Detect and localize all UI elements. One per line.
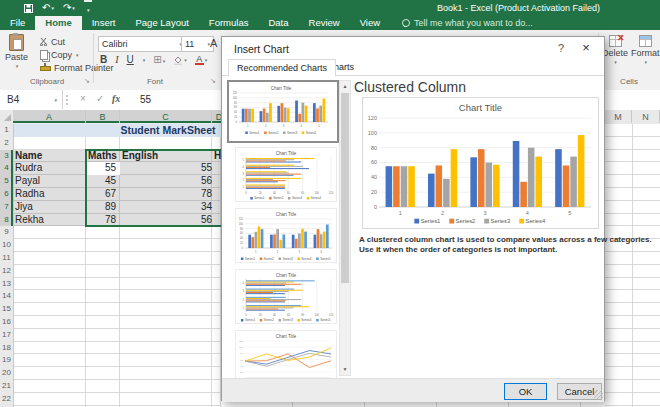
- cell-maths[interactable]: 55: [86, 162, 116, 175]
- cell-name[interactable]: Radha: [15, 188, 75, 201]
- delete-cells-button[interactable]: ✕ Delete ▾: [602, 35, 628, 65]
- cell-maths[interactable]: 78: [86, 214, 116, 227]
- cancel-entry-icon[interactable]: ×: [80, 93, 86, 104]
- chart-thumbnail[interactable]: Chart Title020406080100120: [235, 330, 337, 378]
- borders-icon[interactable]: ⊞▾: [153, 54, 165, 65]
- row-header-13[interactable]: 13: [0, 278, 13, 291]
- formula-input[interactable]: 55: [140, 94, 151, 105]
- row-header-15[interactable]: 15: [0, 303, 13, 316]
- column-header-b[interactable]: B: [86, 110, 120, 123]
- row-header-10[interactable]: 10: [0, 239, 13, 252]
- font-name-select[interactable]: Calibri▾: [98, 36, 186, 52]
- svg-text:1: 1: [255, 250, 257, 254]
- redo-icon[interactable]: ↷▾: [63, 1, 75, 15]
- row-header-3[interactable]: 3: [0, 150, 13, 163]
- grow-font-button[interactable]: A: [210, 37, 217, 49]
- row-header-20[interactable]: 20: [0, 367, 13, 380]
- cell-english[interactable]: 78: [120, 188, 212, 201]
- cell-name[interactable]: Rudra: [15, 162, 75, 175]
- row-header-2[interactable]: 2: [0, 137, 13, 150]
- row-header-4[interactable]: 4: [0, 162, 13, 175]
- row-header-8[interactable]: 8: [0, 214, 13, 227]
- thumbnail-scrollbar[interactable]: ▲ ▼: [339, 80, 351, 376]
- row-header-19[interactable]: 19: [0, 354, 13, 367]
- cell-name[interactable]: Jiya: [15, 201, 75, 214]
- svg-text:3: 3: [243, 289, 245, 293]
- chart-thumbnail[interactable]: Chart Title0204060801001201234Series1Ser…: [235, 208, 337, 263]
- svg-text:3: 3: [299, 250, 301, 254]
- scrollbar-thumb[interactable]: [341, 93, 349, 283]
- svg-text:120: 120: [239, 217, 244, 221]
- name-box[interactable]: B4 ▾: [0, 90, 63, 109]
- bold-button[interactable]: B: [100, 54, 107, 65]
- row-header-18[interactable]: 18: [0, 342, 13, 355]
- row-header-17[interactable]: 17: [0, 329, 13, 342]
- undo-icon[interactable]: ↶▾: [42, 1, 54, 15]
- ribbon-tab-data[interactable]: Data: [258, 16, 298, 30]
- column-header-c[interactable]: C: [120, 110, 212, 123]
- row-header-7[interactable]: 7: [0, 201, 13, 214]
- save-icon[interactable]: [24, 4, 33, 13]
- font-dialog-launcher-icon[interactable]: ↘: [210, 77, 216, 85]
- row-header-12[interactable]: 12: [0, 265, 13, 278]
- font-color-button[interactable]: A ▾: [195, 55, 208, 65]
- close-icon[interactable]: ×: [578, 40, 594, 55]
- ribbon-tab-file[interactable]: File: [0, 16, 35, 30]
- paste-label: Paste: [5, 52, 28, 62]
- cut-button[interactable]: Cut: [40, 37, 65, 47]
- column-header-a[interactable]: A: [13, 110, 86, 123]
- cell-maths[interactable]: 89: [86, 201, 116, 214]
- header-cell-name[interactable]: Name: [15, 150, 75, 163]
- svg-text:0: 0: [245, 313, 247, 317]
- underline-button[interactable]: U: [127, 54, 134, 65]
- format-cells-button[interactable]: Format ▾: [631, 35, 660, 65]
- chart-thumbnail-selected[interactable]: Chart Title02040608010012012345Series1Se…: [227, 80, 339, 143]
- row-header-14[interactable]: 14: [0, 290, 13, 303]
- confirm-entry-icon[interactable]: ✓: [96, 93, 104, 104]
- cell-maths[interactable]: 67: [86, 188, 116, 201]
- row-header-1[interactable]: 1: [0, 124, 13, 137]
- ribbon-tab-formulas[interactable]: Formulas: [199, 16, 259, 30]
- italic-button[interactable]: I: [115, 54, 118, 65]
- svg-text:Chart Title: Chart Title: [271, 86, 292, 91]
- chart-thumbnail[interactable]: Chart Title0204060801001201234Series1Ser…: [235, 269, 337, 324]
- row-header-11[interactable]: 11: [0, 252, 13, 265]
- cell-name[interactable]: Payal: [15, 175, 75, 188]
- column-header-m[interactable]: M: [605, 110, 632, 123]
- select-all-corner[interactable]: [0, 110, 14, 123]
- scroll-up-icon[interactable]: ▲: [340, 81, 350, 92]
- scroll-down-icon[interactable]: ▼: [340, 364, 350, 375]
- column-header-n[interactable]: N: [632, 110, 660, 123]
- row-header-22[interactable]: 22: [0, 393, 13, 406]
- paste-button[interactable]: Paste ▾: [5, 34, 28, 69]
- cell-english[interactable]: 55: [120, 162, 212, 175]
- header-cell-maths[interactable]: Maths: [88, 150, 118, 163]
- cell-english[interactable]: 56: [120, 214, 212, 227]
- ribbon-tab-page-layout[interactable]: Page Layout: [125, 16, 198, 30]
- clipboard-dialog-launcher-icon[interactable]: ↘: [84, 77, 90, 85]
- resize-grip[interactable]: [594, 390, 603, 399]
- cell-maths[interactable]: 45: [86, 175, 116, 188]
- ribbon-tab-review[interactable]: Review: [299, 16, 350, 30]
- fill-color-button[interactable]: ▾: [173, 55, 187, 65]
- insert-function-icon[interactable]: fx: [112, 93, 120, 104]
- tab-recommended-charts[interactable]: Recommended Charts: [228, 59, 336, 77]
- row-header-6[interactable]: 6: [0, 188, 13, 201]
- cell-english[interactable]: 56: [120, 175, 212, 188]
- cell-english[interactable]: 34: [120, 201, 212, 214]
- copy-button[interactable]: Copy ▾: [40, 50, 79, 60]
- cell-name[interactable]: Rekha: [15, 214, 75, 227]
- help-icon[interactable]: ?: [554, 42, 568, 54]
- ok-button[interactable]: OK: [504, 383, 547, 400]
- row-header-5[interactable]: 5: [0, 175, 13, 188]
- customize-qat-icon[interactable]: ▾: [84, 0, 92, 17]
- row-header-9[interactable]: 9: [0, 226, 13, 239]
- header-cell-english[interactable]: English: [122, 150, 182, 163]
- chart-thumbnail[interactable]: Chart Title02040608010012012345Series1Se…: [235, 147, 337, 202]
- ribbon-tab-view[interactable]: View: [350, 16, 390, 30]
- ribbon-tab-insert[interactable]: Insert: [82, 16, 126, 30]
- tell-me-box[interactable]: Tell me what you want to do...: [390, 16, 533, 30]
- row-header-21[interactable]: 21: [0, 380, 13, 393]
- ribbon-tab-home[interactable]: Home: [35, 16, 81, 30]
- row-header-16[interactable]: 16: [0, 316, 13, 329]
